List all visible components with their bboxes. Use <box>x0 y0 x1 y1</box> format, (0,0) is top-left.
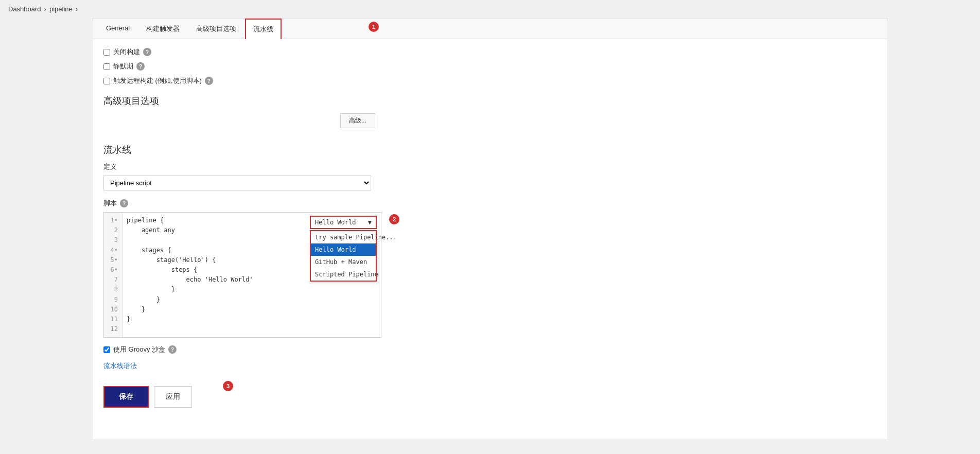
tab-badge: 1 <box>369 22 379 32</box>
quiet-period-help-icon[interactable]: ? <box>136 62 145 71</box>
breadcrumb-dashboard[interactable]: Dashboard <box>8 5 41 13</box>
checkbox-quiet-period-row: 静默期 ? <box>103 62 877 71</box>
sample-dropdown-trigger[interactable]: Hello World ▼ <box>310 216 377 229</box>
ln-6: 6• <box>106 265 120 275</box>
groovy-sandbox-row: 使用 Groovy 沙盒 ? <box>103 345 877 354</box>
ln-8: 8 <box>106 285 120 294</box>
breadcrumb: Dashboard › pipeline › <box>0 0 980 18</box>
save-badge: 3 <box>223 381 233 391</box>
dropdown-badge: 2 <box>389 214 399 224</box>
checkbox-quiet-period-label: 静默期 <box>113 62 133 71</box>
tab-general[interactable]: General <box>98 19 137 39</box>
line-numbers: 1• 2 3 4• 5• 6• 7 8 9 10 11 12 <box>104 213 122 337</box>
script-section: 脚本 ? 1• 2 3 4• 5• 6• 7 8 9 10 <box>103 199 877 338</box>
advanced-section: 高级项目选项 高级... <box>103 95 877 133</box>
dropdown-chevron-icon: ▼ <box>368 219 372 226</box>
footer-buttons: 保存 应用 3 <box>103 386 877 418</box>
groovy-sandbox-help-icon[interactable]: ? <box>168 345 177 354</box>
checkbox-quiet-period[interactable] <box>103 63 110 70</box>
checkbox-remote-trigger[interactable] <box>103 78 110 84</box>
advanced-button[interactable]: 高级... <box>340 113 375 128</box>
disable-build-help-icon[interactable]: ? <box>143 48 151 56</box>
ln-9: 9 <box>106 295 120 305</box>
tab-bar: General 构建触发器 高级项目选项 流水线 <box>93 19 887 39</box>
ln-4: 4• <box>106 246 120 255</box>
groovy-sandbox-label: 使用 Groovy 沙盒 <box>113 345 165 354</box>
checkbox-remote-trigger-row: 触发远程构建 (例如,使用脚本) ? <box>103 76 877 85</box>
checkbox-remote-trigger-label: 触发远程构建 (例如,使用脚本) <box>113 76 202 85</box>
definition-label: 定义 <box>103 162 877 171</box>
checkbox-disable-build[interactable] <box>103 49 110 56</box>
tab-content: 关闭构建 ? 静默期 ? 触发远程构建 (例如,使用脚本) ? 高级项目选项 高… <box>93 39 887 426</box>
dropdown-item-hello-world[interactable]: Hello World <box>311 243 376 256</box>
main-content: General 构建触发器 高级项目选项 流水线 1 关闭构建 ? 静默期 ? … <box>93 18 887 440</box>
breadcrumb-sep1: › <box>44 5 46 13</box>
ln-5: 5• <box>106 255 120 265</box>
pipeline-title: 流水线 <box>103 144 877 156</box>
script-help-icon[interactable]: ? <box>120 199 128 207</box>
save-button[interactable]: 保存 <box>103 386 149 408</box>
apply-button[interactable]: 应用 <box>154 386 192 408</box>
checkbox-disable-build-label: 关闭构建 <box>113 47 140 57</box>
advanced-title: 高级项目选项 <box>103 95 877 107</box>
pipeline-grammar-link[interactable]: 流水线语法 <box>103 362 137 370</box>
checkbox-disable-build-row: 关闭构建 ? <box>103 47 877 57</box>
tab-pipeline[interactable]: 流水线 <box>245 19 282 39</box>
sample-dropdown-container: Hello World ▼ try sample Pipeline... Hel… <box>310 216 377 229</box>
dropdown-selected-label: Hello World <box>315 219 356 226</box>
script-label-row: 脚本 ? <box>103 199 877 208</box>
ln-1: 1• <box>106 216 120 225</box>
definition-select[interactable]: Pipeline script Pipeline script from SCM <box>103 176 371 190</box>
sample-dropdown-menu: try sample Pipeline... Hello World GitHu… <box>310 230 377 282</box>
checkbox-groovy-sandbox[interactable] <box>103 346 110 353</box>
dropdown-item-scripted-pipeline[interactable]: Scripted Pipeline <box>311 268 376 281</box>
code-editor[interactable]: 1• 2 3 4• 5• 6• 7 8 9 10 11 12 pipeline … <box>103 212 381 338</box>
ln-7: 7 <box>106 275 120 285</box>
ln-2: 2 <box>106 225 120 235</box>
dropdown-item-try-sample[interactable]: try sample Pipeline... <box>311 231 376 243</box>
ln-3: 3 <box>106 235 120 245</box>
ln-12: 12 <box>106 324 120 334</box>
script-label-text: 脚本 <box>103 199 117 208</box>
tab-build-triggers[interactable]: 构建触发器 <box>138 19 187 39</box>
pipeline-section: 流水线 定义 Pipeline script Pipeline script f… <box>103 144 877 418</box>
remote-trigger-help-icon[interactable]: ? <box>205 77 213 85</box>
breadcrumb-sep2: › <box>76 5 78 13</box>
ln-10: 10 <box>106 305 120 315</box>
pipeline-grammar-section: 流水线语法 <box>103 361 877 371</box>
breadcrumb-pipeline[interactable]: pipeline <box>49 5 73 13</box>
dropdown-item-github-maven[interactable]: GitHub + Maven <box>311 256 376 268</box>
tab-advanced-options[interactable]: 高级项目选项 <box>188 19 244 39</box>
ln-11: 11 <box>106 315 120 324</box>
